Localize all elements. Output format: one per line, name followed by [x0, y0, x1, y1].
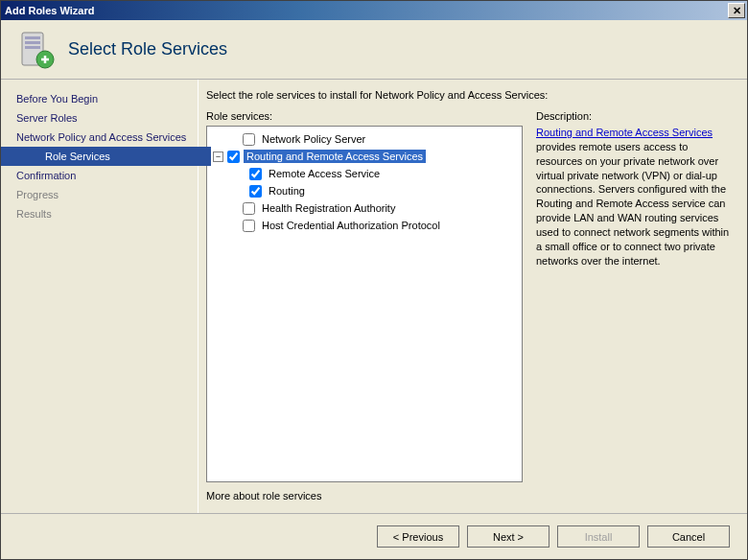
label-ras: Remote Access Service: [266, 167, 383, 180]
wizard-steps-sidebar: Before You Begin Server Roles Network Po…: [1, 80, 198, 513]
instruction-text: Select the role services to install for …: [206, 89, 734, 101]
title-bar: Add Roles Wizard ✕: [1, 1, 747, 20]
step-confirmation[interactable]: Confirmation: [14, 166, 198, 185]
next-button[interactable]: Next >: [467, 525, 549, 548]
wizard-footer: < Previous Next > Install Cancel: [1, 513, 747, 559]
label-hra: Health Registration Authority: [259, 201, 398, 215]
tree-node-hcap[interactable]: Host Credential Authorization Protocol: [209, 217, 520, 234]
svg-rect-2: [25, 41, 40, 44]
step-network-policy[interactable]: Network Policy and Access Services: [14, 128, 198, 147]
checkbox-routing[interactable]: [249, 185, 262, 198]
checkbox-hcap[interactable]: [243, 220, 255, 232]
checkbox-nps[interactable]: [243, 133, 255, 146]
label-hcap: Host Credential Authorization Protocol: [259, 219, 443, 232]
collapse-toggle-icon[interactable]: −: [213, 152, 223, 162]
description-body: provides remote users access to resource…: [536, 141, 729, 267]
step-before-you-begin[interactable]: Before You Begin: [14, 89, 198, 108]
label-rras: Routing and Remote Access Services: [244, 150, 426, 163]
step-role-services[interactable]: Role Services: [14, 147, 198, 166]
role-services-label: Role services:: [206, 110, 523, 122]
step-results: Results: [14, 204, 198, 223]
window-title: Add Roles Wizard: [5, 5, 94, 16]
tree-node-ras[interactable]: Remote Access Service: [209, 165, 520, 182]
install-button: Install: [557, 525, 640, 548]
checkbox-hra[interactable]: [243, 202, 255, 215]
tree-node-routing[interactable]: Routing: [209, 182, 520, 199]
label-routing: Routing: [266, 184, 308, 198]
label-nps: Network Policy Server: [259, 132, 368, 146]
step-progress: Progress: [14, 185, 198, 204]
page-title: Select Role Services: [68, 39, 227, 59]
tree-node-rras[interactable]: − Routing and Remote Access Services: [209, 148, 520, 165]
previous-button[interactable]: < Previous: [377, 525, 459, 548]
tree-node-hra[interactable]: Health Registration Authority: [209, 199, 520, 217]
checkbox-ras[interactable]: [249, 168, 262, 180]
description-panel: Description: Routing and Remote Access S…: [536, 110, 734, 507]
svg-rect-3: [25, 46, 40, 49]
description-text: Routing and Remote Access Services provi…: [536, 126, 734, 268]
content-pane: Select the role services to install for …: [198, 80, 747, 513]
cancel-button[interactable]: Cancel: [647, 525, 730, 548]
close-button[interactable]: ✕: [728, 3, 745, 18]
server-icon: [16, 31, 55, 69]
add-roles-wizard-window: Add Roles Wizard ✕ Select Role Services …: [0, 0, 748, 560]
more-about-link[interactable]: More about role services: [206, 490, 321, 502]
svg-rect-1: [25, 36, 40, 39]
wizard-header: Select Role Services: [1, 20, 747, 80]
role-services-tree[interactable]: Network Policy Server − Routing and Remo…: [206, 126, 523, 482]
tree-node-nps[interactable]: Network Policy Server: [209, 130, 520, 148]
description-link[interactable]: Routing and Remote Access Services: [536, 127, 713, 138]
checkbox-rras[interactable]: [227, 151, 240, 163]
description-label: Description:: [536, 110, 734, 122]
step-server-roles[interactable]: Server Roles: [14, 108, 198, 128]
